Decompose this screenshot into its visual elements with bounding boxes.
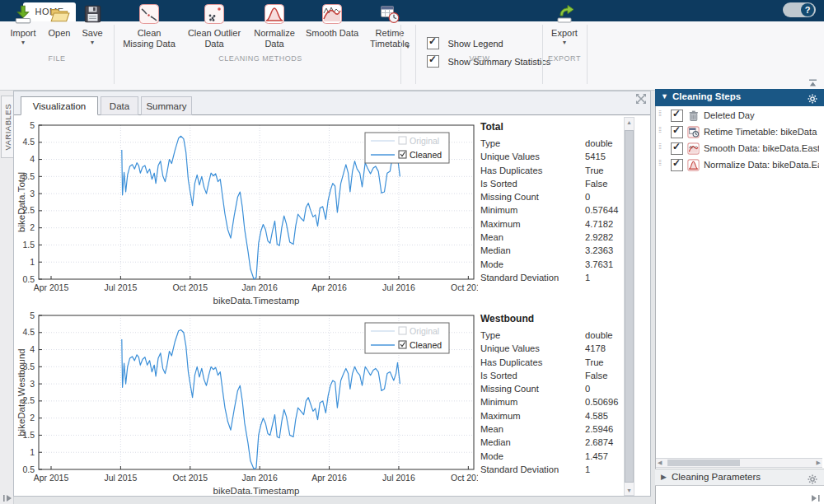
cleaning-step-row[interactable]: ⁞⁞✓Deleted Day: [656, 108, 821, 124]
stat-label: Is Sorted: [480, 179, 517, 189]
legend-label[interactable]: Original: [410, 326, 439, 336]
smooth-icon: [687, 142, 700, 155]
stat-label: Maximum: [480, 219, 520, 229]
step-checkbox[interactable]: ✓: [671, 142, 683, 155]
x-tick-label: Jan 2016: [242, 282, 278, 292]
tab-summary[interactable]: Summary: [141, 96, 192, 115]
chevron-down-icon[interactable]: ▾: [547, 39, 582, 46]
stat-label: Median: [480, 245, 511, 255]
legend-label[interactable]: Cleaned: [410, 150, 442, 160]
dock-controls-icon[interactable]: [634, 92, 648, 109]
dock-right-panel-icon[interactable]: [811, 491, 821, 504]
cleaning-step-row[interactable]: ⁞⁞✓Normalize Data: bikeData.East: [656, 157, 821, 174]
stat-label: Missing Count: [480, 192, 539, 202]
export-icon: [547, 3, 582, 28]
drag-handle-icon[interactable]: ⁞⁞: [658, 142, 661, 151]
horizontal-scrollbar-thumb[interactable]: [667, 460, 740, 466]
variables-panel-tab[interactable]: VARIABLES: [1, 96, 14, 158]
stat-label: Has Duplicates: [480, 166, 542, 175]
show-legend-checkbox[interactable]: ✓ Show Legend: [427, 35, 503, 49]
gallery-dropdown-button[interactable]: ▾: [403, 43, 413, 50]
stat-row: Unique Values5415: [480, 152, 625, 165]
drag-handle-icon[interactable]: ⁞⁞: [658, 110, 661, 118]
y-axis-label: bikeData.Total: [16, 172, 26, 232]
scroll-right-icon[interactable]: ▶: [817, 460, 821, 466]
trash-icon: [687, 110, 700, 122]
scroll-left-icon[interactable]: ◀: [658, 460, 662, 466]
stat-label: Type: [480, 330, 500, 340]
x-tick-label: Oct 2015: [172, 282, 208, 292]
vertical-scrollbar-thumb[interactable]: [625, 130, 634, 483]
cleaning-step-row[interactable]: ⁞⁞✓Smooth Data: bikeData.Eastbo: [656, 141, 821, 157]
cleaning-parameters-header[interactable]: ▶ Cleaning Parameters: [655, 469, 824, 486]
y-tick-label: 4.5: [22, 327, 35, 337]
stat-row: Has DuplicatesTrue: [480, 166, 625, 179]
stat-row: Has DuplicatesTrue: [480, 357, 625, 371]
stat-row: Mode3.7631: [480, 259, 625, 273]
plot-legend[interactable]: OriginalCleaned: [365, 133, 449, 163]
step-checkbox[interactable]: ✓: [671, 126, 683, 138]
legend-label[interactable]: Original: [410, 136, 439, 146]
group-separator: [542, 25, 543, 84]
collapse-triangle-icon[interactable]: ▼: [661, 92, 668, 100]
help-icon[interactable]: ?: [801, 3, 814, 16]
step-label: Retime Timetable: bikeData: [704, 127, 819, 137]
clean-missing-data-icon: [120, 3, 178, 28]
cleaning-steps-title: Cleaning Steps: [672, 91, 741, 101]
smooth-data-icon: [303, 3, 361, 28]
legend-checkbox-icon[interactable]: [399, 137, 406, 144]
step-checkbox[interactable]: ✓: [671, 159, 683, 171]
stat-value: 0.50696: [585, 397, 618, 407]
stat-value: False: [585, 179, 607, 189]
stat-row: Maximum4.7182: [480, 219, 625, 232]
stat-label: Type: [480, 138, 500, 148]
step-label: Smooth Data: bikeData.Eastbo: [704, 143, 819, 153]
stat-value: 1: [585, 273, 590, 282]
stat-value: 2.5946: [585, 424, 613, 434]
legend-checkbox-icon[interactable]: [399, 341, 406, 348]
legend-checkbox-icon[interactable]: [399, 327, 406, 334]
import-icon: [5, 3, 41, 28]
stat-row: Standard Deviation1: [480, 464, 625, 478]
stat-row: Median2.6874: [480, 437, 625, 450]
cleaning-step-row[interactable]: ⁞⁞✓Retime Timetable: bikeData: [656, 124, 821, 141]
y-tick-label: 4: [30, 344, 35, 354]
data-cleaner-app: HOME ? Import ▾ Open Save ▾ FILE CleanMi…: [0, 0, 824, 504]
cleaned-series-line: [122, 330, 400, 469]
stat-label: Maximum: [480, 411, 520, 421]
drag-handle-icon[interactable]: ⁞⁞: [658, 159, 661, 167]
plot-canvas[interactable]: Apr 2015Jul 2015Oct 2015Jan 2016Apr 2016…: [16, 117, 478, 313]
x-tick-label: Apr 2016: [311, 282, 347, 292]
gear-icon[interactable]: [808, 92, 817, 107]
chevron-down-icon[interactable]: ▾: [5, 39, 41, 46]
scroll-down-icon[interactable]: ▼: [625, 488, 634, 493]
stat-label: Minimum: [480, 397, 517, 407]
expand-left-panel-icon[interactable]: [2, 491, 12, 504]
y-tick-label: 1.5: [22, 240, 35, 250]
expand-triangle-icon[interactable]: ▶: [661, 473, 667, 481]
stat-label: Unique Values: [480, 343, 540, 353]
plot-legend[interactable]: OriginalCleaned: [365, 323, 449, 353]
x-tick-label: Jan 2016: [242, 473, 278, 483]
stat-row: Missing Count0: [480, 192, 625, 205]
legend-checkbox-icon[interactable]: [399, 151, 406, 158]
stat-value: 0: [585, 192, 590, 202]
chevron-down-icon[interactable]: ▾: [76, 39, 109, 46]
legend-label[interactable]: Cleaned: [410, 340, 442, 350]
step-checkbox[interactable]: ✓: [671, 110, 683, 122]
y-tick-label: 2: [30, 413, 35, 422]
checkbox-icon[interactable]: ✓: [427, 37, 439, 49]
y-tick-label: 1: [30, 447, 35, 457]
scroll-up-icon[interactable]: ▲: [625, 119, 634, 125]
tab-visualization[interactable]: Visualization: [21, 96, 98, 115]
gear-icon[interactable]: [808, 473, 817, 488]
group-separator: [114, 25, 115, 84]
plot-total[interactable]: Apr 2015Jul 2015Oct 2015Jan 2016Apr 2016…: [16, 117, 478, 316]
plot-westbound[interactable]: Apr 2015Jul 2015Oct 2015Jan 2016Apr 2016…: [16, 307, 478, 504]
tab-data[interactable]: Data: [101, 96, 138, 115]
plot-canvas[interactable]: Apr 2015Jul 2015Oct 2015Jan 2016Apr 2016…: [16, 307, 478, 503]
cleaning-steps-header[interactable]: ▼ Cleaning Steps: [655, 89, 824, 106]
stat-row: Missing Count0: [480, 384, 625, 397]
y-tick-label: 1: [30, 257, 35, 267]
drag-handle-icon[interactable]: ⁞⁞: [658, 126, 661, 134]
